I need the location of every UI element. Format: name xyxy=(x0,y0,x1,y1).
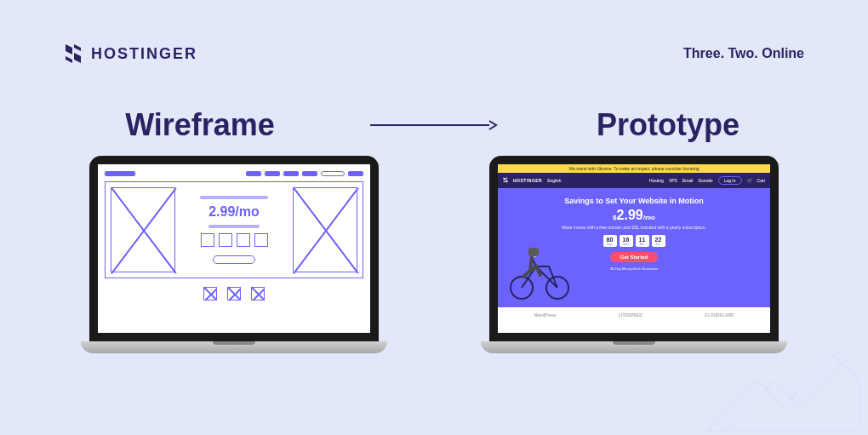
wireframe-partners xyxy=(105,287,363,300)
header: HOSTINGER Three. Two. Online xyxy=(0,0,868,65)
wf-logo-placeholder xyxy=(105,171,135,176)
wf-button-placeholder xyxy=(321,171,345,176)
proto-brand: HOSTINGER xyxy=(513,178,542,183)
proto-guarantee: 30-Day Money-Back Guarantee xyxy=(506,266,762,271)
laptop-screen: 2.99/mo xyxy=(89,156,379,341)
wf-image-placeholder xyxy=(111,187,175,272)
laptop-wireframe: 2.99/mo xyxy=(81,156,387,353)
title-prototype: Prototype xyxy=(540,107,796,143)
wf-nav-item xyxy=(246,171,261,176)
wf-partner-box xyxy=(251,287,265,300)
proto-price: $2.99/mo xyxy=(506,208,762,223)
proto-counter: 11Min xyxy=(636,235,649,247)
proto-counter: 80Days xyxy=(603,235,617,247)
wf-box xyxy=(237,233,250,247)
wf-box xyxy=(201,233,214,247)
title-wireframe: Wireframe xyxy=(72,107,328,143)
wf-counter-row xyxy=(201,233,268,247)
hostinger-logo-icon xyxy=(64,43,83,65)
background-decoration xyxy=(706,346,859,435)
wf-nav-item xyxy=(283,171,299,176)
proto-price-big: 2.99 xyxy=(617,208,643,222)
wf-nav-item xyxy=(348,171,363,176)
laptop-prototype: We stand with Ukraine. To make an impact… xyxy=(481,156,787,353)
arrow-right-icon xyxy=(370,118,498,132)
partner-logo: LITESPEED xyxy=(619,312,642,318)
proto-subtitle: Make moves with a free domain and SSL in… xyxy=(506,225,762,231)
tagline: Three. Two. Online xyxy=(683,46,804,61)
proto-hero: Savings to Set Your Website in Motion $2… xyxy=(498,188,770,307)
proto-hero-title: Savings to Set Your Website in Motion xyxy=(506,197,762,206)
wireframe-nav xyxy=(105,171,363,176)
brand-name: HOSTINGER xyxy=(91,45,197,63)
laptop-screen: We stand with Ukraine. To make an impact… xyxy=(489,156,779,341)
proto-nav: HOSTINGER English Hosting VPS Email Doma… xyxy=(498,173,770,188)
cart-icon: 🛒 xyxy=(747,178,752,183)
proto-login-button: Log In xyxy=(718,176,742,185)
proto-lang: English xyxy=(547,178,561,183)
wf-price: 2.99/mo xyxy=(208,204,260,220)
wf-partner-box xyxy=(227,287,241,300)
prototype-display: We stand with Ukraine. To make an impact… xyxy=(498,164,770,333)
proto-nav-item: Hosting xyxy=(649,178,664,183)
proto-price-unit: /mo xyxy=(643,214,655,221)
wireframe-display: 2.99/mo xyxy=(98,164,370,333)
wf-nav-item xyxy=(265,171,280,176)
wf-box xyxy=(254,233,268,247)
laptops-row: 2.99/mo xyxy=(0,156,868,353)
proto-nav-item: Email xyxy=(682,178,694,183)
proto-partners: WordPress LITESPEED CLOUDFLARE xyxy=(498,307,770,323)
wf-cta-placeholder xyxy=(213,255,255,264)
brand-logo: HOSTINGER xyxy=(64,43,197,65)
hostinger-mini-logo-icon xyxy=(503,177,508,184)
proto-nav-item: VPS xyxy=(669,178,677,183)
partner-logo: CLOUDFLARE xyxy=(705,312,734,318)
proto-nav-item: Domain xyxy=(698,178,712,183)
wf-text-line xyxy=(208,225,260,228)
proto-counter: 22Sec xyxy=(652,235,665,247)
wf-box xyxy=(219,233,232,247)
proto-counter: 16Hours xyxy=(620,235,633,247)
wf-text-line xyxy=(200,196,268,199)
wf-partner-box xyxy=(203,287,217,300)
partner-logo: WordPress xyxy=(534,312,557,318)
wf-nav-item xyxy=(302,171,317,176)
wireframe-hero: 2.99/mo xyxy=(105,181,363,278)
proto-cart: Cart xyxy=(757,178,765,183)
titles-row: Wireframe Prototype xyxy=(0,107,868,143)
svg-rect-4 xyxy=(528,248,539,256)
proto-cta-button: Get Started xyxy=(610,252,658,262)
proto-banner: We stand with Ukraine. To make an impact… xyxy=(498,164,770,173)
laptop-base xyxy=(81,341,387,353)
wf-image-placeholder xyxy=(293,187,357,272)
